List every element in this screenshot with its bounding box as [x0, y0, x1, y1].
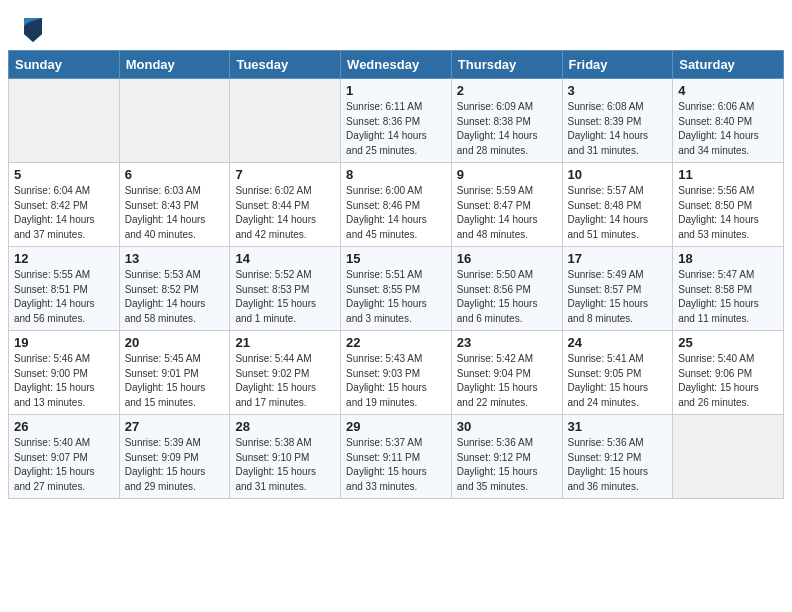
day-info: Sunrise: 6:09 AM Sunset: 8:38 PM Dayligh… [457, 100, 557, 158]
day-info: Sunrise: 5:44 AM Sunset: 9:02 PM Dayligh… [235, 352, 335, 410]
day-number: 25 [678, 335, 778, 350]
day-number: 23 [457, 335, 557, 350]
calendar-cell: 5Sunrise: 6:04 AM Sunset: 8:42 PM Daylig… [9, 163, 120, 247]
day-number: 9 [457, 167, 557, 182]
day-info: Sunrise: 5:36 AM Sunset: 9:12 PM Dayligh… [457, 436, 557, 494]
day-number: 10 [568, 167, 668, 182]
day-info: Sunrise: 5:43 AM Sunset: 9:03 PM Dayligh… [346, 352, 446, 410]
day-info: Sunrise: 6:06 AM Sunset: 8:40 PM Dayligh… [678, 100, 778, 158]
calendar-cell: 23Sunrise: 5:42 AM Sunset: 9:04 PM Dayli… [451, 331, 562, 415]
logo-icon [24, 18, 42, 42]
weekday-header-tuesday: Tuesday [230, 51, 341, 79]
day-info: Sunrise: 6:00 AM Sunset: 8:46 PM Dayligh… [346, 184, 446, 242]
day-number: 1 [346, 83, 446, 98]
calendar-cell: 11Sunrise: 5:56 AM Sunset: 8:50 PM Dayli… [673, 163, 784, 247]
day-number: 29 [346, 419, 446, 434]
calendar-cell: 10Sunrise: 5:57 AM Sunset: 8:48 PM Dayli… [562, 163, 673, 247]
day-number: 2 [457, 83, 557, 98]
day-number: 26 [14, 419, 114, 434]
weekday-header-thursday: Thursday [451, 51, 562, 79]
calendar-cell: 30Sunrise: 5:36 AM Sunset: 9:12 PM Dayli… [451, 415, 562, 499]
day-info: Sunrise: 6:03 AM Sunset: 8:43 PM Dayligh… [125, 184, 225, 242]
day-info: Sunrise: 5:49 AM Sunset: 8:57 PM Dayligh… [568, 268, 668, 326]
day-info: Sunrise: 5:53 AM Sunset: 8:52 PM Dayligh… [125, 268, 225, 326]
week-row-1: 1Sunrise: 6:11 AM Sunset: 8:36 PM Daylig… [9, 79, 784, 163]
day-info: Sunrise: 5:46 AM Sunset: 9:00 PM Dayligh… [14, 352, 114, 410]
calendar-cell [9, 79, 120, 163]
day-info: Sunrise: 5:38 AM Sunset: 9:10 PM Dayligh… [235, 436, 335, 494]
week-row-4: 19Sunrise: 5:46 AM Sunset: 9:00 PM Dayli… [9, 331, 784, 415]
calendar-cell: 31Sunrise: 5:36 AM Sunset: 9:12 PM Dayli… [562, 415, 673, 499]
day-info: Sunrise: 5:51 AM Sunset: 8:55 PM Dayligh… [346, 268, 446, 326]
week-row-3: 12Sunrise: 5:55 AM Sunset: 8:51 PM Dayli… [9, 247, 784, 331]
day-info: Sunrise: 6:08 AM Sunset: 8:39 PM Dayligh… [568, 100, 668, 158]
day-info: Sunrise: 5:55 AM Sunset: 8:51 PM Dayligh… [14, 268, 114, 326]
calendar-cell: 7Sunrise: 6:02 AM Sunset: 8:44 PM Daylig… [230, 163, 341, 247]
calendar-cell [119, 79, 230, 163]
day-number: 15 [346, 251, 446, 266]
calendar-cell: 29Sunrise: 5:37 AM Sunset: 9:11 PM Dayli… [341, 415, 452, 499]
weekday-header-saturday: Saturday [673, 51, 784, 79]
day-number: 12 [14, 251, 114, 266]
calendar-cell: 4Sunrise: 6:06 AM Sunset: 8:40 PM Daylig… [673, 79, 784, 163]
calendar-cell: 27Sunrise: 5:39 AM Sunset: 9:09 PM Dayli… [119, 415, 230, 499]
day-number: 27 [125, 419, 225, 434]
day-number: 19 [14, 335, 114, 350]
day-number: 28 [235, 419, 335, 434]
day-number: 6 [125, 167, 225, 182]
calendar-cell [230, 79, 341, 163]
day-number: 21 [235, 335, 335, 350]
day-number: 17 [568, 251, 668, 266]
day-number: 14 [235, 251, 335, 266]
calendar-cell: 22Sunrise: 5:43 AM Sunset: 9:03 PM Dayli… [341, 331, 452, 415]
week-row-5: 26Sunrise: 5:40 AM Sunset: 9:07 PM Dayli… [9, 415, 784, 499]
day-number: 22 [346, 335, 446, 350]
calendar-cell: 19Sunrise: 5:46 AM Sunset: 9:00 PM Dayli… [9, 331, 120, 415]
week-row-2: 5Sunrise: 6:04 AM Sunset: 8:42 PM Daylig… [9, 163, 784, 247]
calendar-wrapper: SundayMondayTuesdayWednesdayThursdayFrid… [0, 50, 792, 507]
calendar-cell: 13Sunrise: 5:53 AM Sunset: 8:52 PM Dayli… [119, 247, 230, 331]
calendar-cell: 18Sunrise: 5:47 AM Sunset: 8:58 PM Dayli… [673, 247, 784, 331]
weekday-header-wednesday: Wednesday [341, 51, 452, 79]
calendar-table: SundayMondayTuesdayWednesdayThursdayFrid… [8, 50, 784, 499]
calendar-cell: 21Sunrise: 5:44 AM Sunset: 9:02 PM Dayli… [230, 331, 341, 415]
day-number: 16 [457, 251, 557, 266]
day-info: Sunrise: 6:04 AM Sunset: 8:42 PM Dayligh… [14, 184, 114, 242]
calendar-cell: 15Sunrise: 5:51 AM Sunset: 8:55 PM Dayli… [341, 247, 452, 331]
calendar-cell [673, 415, 784, 499]
day-number: 8 [346, 167, 446, 182]
calendar-cell: 28Sunrise: 5:38 AM Sunset: 9:10 PM Dayli… [230, 415, 341, 499]
day-info: Sunrise: 5:41 AM Sunset: 9:05 PM Dayligh… [568, 352, 668, 410]
day-number: 11 [678, 167, 778, 182]
day-number: 5 [14, 167, 114, 182]
day-info: Sunrise: 5:45 AM Sunset: 9:01 PM Dayligh… [125, 352, 225, 410]
day-info: Sunrise: 6:02 AM Sunset: 8:44 PM Dayligh… [235, 184, 335, 242]
day-info: Sunrise: 5:50 AM Sunset: 8:56 PM Dayligh… [457, 268, 557, 326]
calendar-cell: 20Sunrise: 5:45 AM Sunset: 9:01 PM Dayli… [119, 331, 230, 415]
weekday-header-friday: Friday [562, 51, 673, 79]
day-info: Sunrise: 5:52 AM Sunset: 8:53 PM Dayligh… [235, 268, 335, 326]
calendar-cell: 1Sunrise: 6:11 AM Sunset: 8:36 PM Daylig… [341, 79, 452, 163]
day-number: 31 [568, 419, 668, 434]
day-info: Sunrise: 5:57 AM Sunset: 8:48 PM Dayligh… [568, 184, 668, 242]
calendar-cell: 26Sunrise: 5:40 AM Sunset: 9:07 PM Dayli… [9, 415, 120, 499]
day-number: 24 [568, 335, 668, 350]
weekday-header-row: SundayMondayTuesdayWednesdayThursdayFrid… [9, 51, 784, 79]
day-number: 3 [568, 83, 668, 98]
day-info: Sunrise: 5:42 AM Sunset: 9:04 PM Dayligh… [457, 352, 557, 410]
weekday-header-sunday: Sunday [9, 51, 120, 79]
day-info: Sunrise: 5:40 AM Sunset: 9:07 PM Dayligh… [14, 436, 114, 494]
day-number: 4 [678, 83, 778, 98]
day-info: Sunrise: 5:59 AM Sunset: 8:47 PM Dayligh… [457, 184, 557, 242]
calendar-cell: 6Sunrise: 6:03 AM Sunset: 8:43 PM Daylig… [119, 163, 230, 247]
day-info: Sunrise: 5:56 AM Sunset: 8:50 PM Dayligh… [678, 184, 778, 242]
day-info: Sunrise: 5:40 AM Sunset: 9:06 PM Dayligh… [678, 352, 778, 410]
calendar-cell: 3Sunrise: 6:08 AM Sunset: 8:39 PM Daylig… [562, 79, 673, 163]
calendar-cell: 14Sunrise: 5:52 AM Sunset: 8:53 PM Dayli… [230, 247, 341, 331]
calendar-cell: 9Sunrise: 5:59 AM Sunset: 8:47 PM Daylig… [451, 163, 562, 247]
logo [24, 18, 44, 42]
calendar-cell: 8Sunrise: 6:00 AM Sunset: 8:46 PM Daylig… [341, 163, 452, 247]
calendar-cell: 2Sunrise: 6:09 AM Sunset: 8:38 PM Daylig… [451, 79, 562, 163]
day-number: 13 [125, 251, 225, 266]
calendar-cell: 16Sunrise: 5:50 AM Sunset: 8:56 PM Dayli… [451, 247, 562, 331]
